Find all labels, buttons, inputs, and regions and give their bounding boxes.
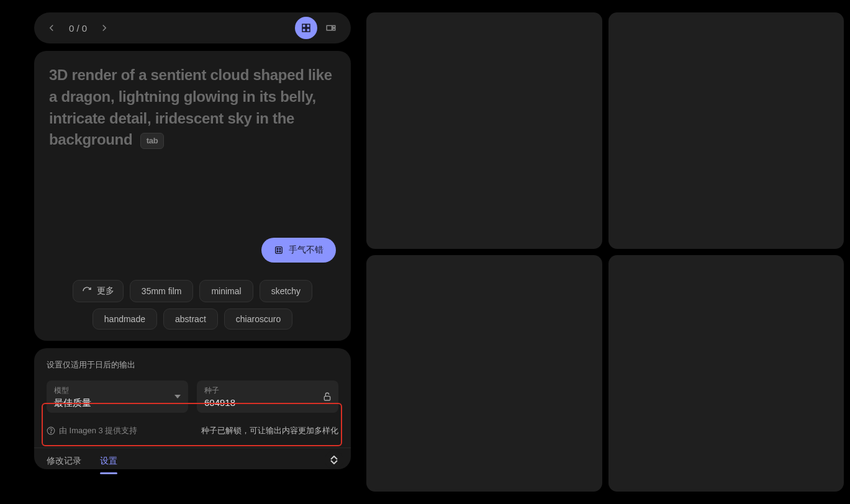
settings-tabs: 修改记录 设置 [34,448,351,469]
style-chip[interactable]: chiaroscuro [224,308,292,330]
collapse-button[interactable] [325,451,343,469]
svg-point-14 [51,433,52,433]
next-arrow-icon[interactable] [96,19,113,37]
chevron-up-icon [330,456,338,460]
model-support-info: 由 Imagen 3 提供支持 [47,425,137,436]
svg-rect-1 [307,24,310,27]
svg-point-8 [277,248,278,250]
tab-hint-chip: tab [140,133,165,150]
image-slot[interactable] [366,12,602,249]
seed-help-text: 种子已解锁，可让输出内容更加多样化 [201,425,338,436]
image-slot[interactable] [608,12,844,249]
seed-field[interactable]: 种子 604918 [197,380,338,413]
prompt-input[interactable]: 3D render of a sentient cloud shaped lik… [49,65,336,151]
svg-rect-0 [302,24,305,27]
image-slot[interactable] [608,255,844,492]
prev-arrow-icon[interactable] [43,19,60,37]
unlock-icon[interactable] [322,392,332,402]
lucky-button-label: 手气不错 [289,245,323,256]
svg-point-11 [277,251,278,252]
more-chip-label: 更多 [97,286,114,297]
top-bar: 0 / 0 [34,12,351,43]
page-counter: 0 / 0 [69,23,87,34]
chevron-down-icon [174,395,181,398]
lucky-button[interactable]: 手气不错 [261,238,336,263]
dice-icon [274,245,284,255]
svg-rect-12 [324,397,330,401]
settings-card: 设置仅适用于日后的输出 模型 最佳质量 种子 604918 由 Imagen [34,348,351,469]
tab-history[interactable]: 修改记录 [47,456,81,469]
image-slot[interactable] [366,255,602,492]
style-chip[interactable]: abstract [163,308,218,330]
svg-rect-5 [333,25,335,27]
style-chip[interactable]: 35mm film [130,280,194,302]
more-chip[interactable]: 更多 [73,280,124,302]
svg-rect-2 [302,29,305,32]
prompt-placeholder: 3D render of a sentient cloud shaped lik… [49,66,332,148]
svg-point-9 [279,251,281,252]
svg-point-10 [279,248,281,250]
svg-rect-6 [333,29,335,30]
model-value: 最佳质量 [54,397,181,409]
chevron-down-icon [330,460,338,464]
svg-rect-4 [327,25,332,30]
svg-rect-7 [276,247,283,254]
seed-value: 604918 [204,397,331,408]
output-grid [360,0,850,504]
style-chips: 更多 35mm film minimal sketchy handmade ab… [49,280,336,330]
single-view-button[interactable] [320,17,342,39]
model-selector[interactable]: 模型 最佳质量 [47,380,188,413]
svg-rect-3 [307,29,310,32]
settings-note: 设置仅适用于日后的输出 [47,359,338,371]
style-chip[interactable]: handmade [93,308,157,330]
grid-view-button[interactable] [295,17,317,39]
prompt-card: 3D render of a sentient cloud shaped lik… [34,51,351,341]
style-chip[interactable]: minimal [199,280,253,302]
tab-settings[interactable]: 设置 [100,456,117,469]
style-chip[interactable]: sketchy [260,280,312,302]
refresh-icon [82,286,92,296]
help-icon [47,426,55,435]
seed-label: 种子 [204,385,331,396]
model-label: 模型 [54,385,181,396]
